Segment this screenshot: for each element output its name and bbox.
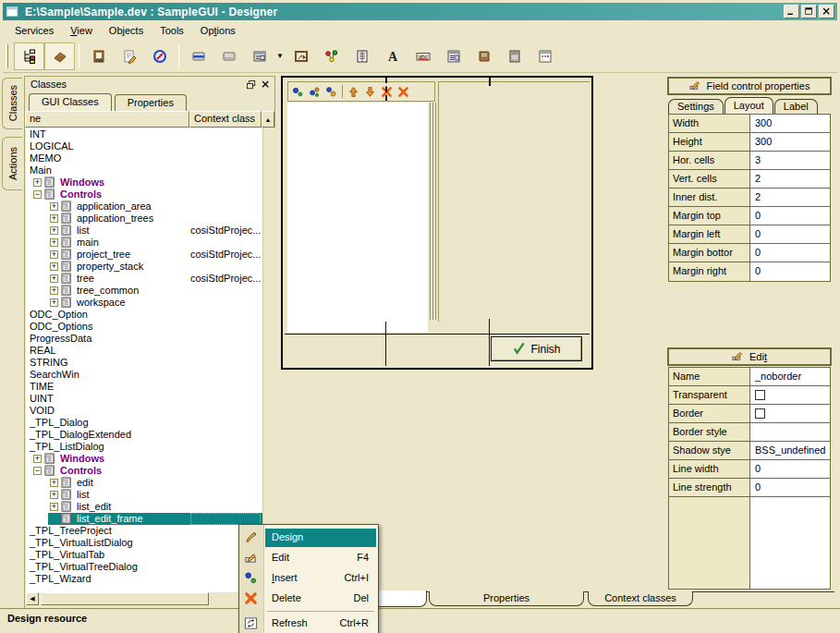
tree-row-tpl-treeproject[interactable]: _TPL_TreeProject	[26, 525, 262, 537]
expand-icon[interactable]: +	[50, 503, 58, 511]
menu-item-delete[interactable]: DeleteDel	[239, 589, 378, 609]
collapse-icon[interactable]: −	[33, 190, 42, 199]
tree-row-list-edit[interactable]: +list_edit	[26, 501, 262, 513]
form-grid-button[interactable]	[244, 43, 274, 70]
tree-row-real[interactable]: REAL	[26, 345, 262, 357]
tree-row-workspace[interactable]: +workspace	[26, 297, 262, 309]
tree-row-windows[interactable]: +Windows	[26, 453, 262, 465]
property-value[interactable]: 300	[750, 133, 830, 152]
tree-row-searchwin[interactable]: SearchWin	[26, 369, 262, 381]
expand-icon[interactable]: +	[50, 286, 58, 295]
menu-item-refresh[interactable]: RefreshCtrl+R	[239, 614, 378, 633]
property-value[interactable]: BSS_undefined	[750, 442, 830, 460]
expand-icon[interactable]: +	[50, 226, 58, 235]
tree-row-string[interactable]: STRING	[26, 357, 262, 369]
property-value[interactable]: 2	[750, 189, 830, 207]
tree-row-property-stack[interactable]: +property_stack	[26, 261, 262, 273]
vertical-scrollbar[interactable]	[262, 128, 275, 592]
column-context-class[interactable]: Context class	[189, 111, 262, 128]
tree-row-odc-options[interactable]: ODC_Options	[26, 321, 262, 333]
abc-button[interactable]: abc	[408, 43, 438, 70]
scrollbar-thumb[interactable]	[41, 592, 209, 605]
expand-icon[interactable]: +	[33, 178, 42, 187]
close-button[interactable]	[819, 5, 834, 18]
property-value[interactable]: 0	[750, 262, 830, 281]
expand-icon[interactable]: +	[33, 455, 42, 463]
insert-child-button[interactable]	[307, 84, 323, 100]
links-button[interactable]	[316, 43, 347, 70]
tree-row-controls[interactable]: −Controls	[26, 465, 262, 477]
tree-row-logical[interactable]: LOGICAL	[26, 140, 262, 152]
tree-row-progressdata[interactable]: ProgressData	[26, 333, 262, 345]
title-bar[interactable]: E:\Sample\Sample.dev : SampleGUI - Desig…	[3, 3, 837, 20]
window-grid-button[interactable]	[530, 43, 560, 70]
tree-row-void[interactable]: VOID	[26, 405, 262, 417]
tree-row-int[interactable]: INT	[26, 128, 262, 140]
property-value[interactable]: 0	[750, 479, 830, 497]
menu-item-insert[interactable]: InsertCtrl+I	[239, 568, 378, 589]
expand-icon[interactable]: +	[50, 274, 58, 283]
drive-yellow-button[interactable]	[213, 43, 244, 70]
menu-item-objects[interactable]: Objects	[101, 23, 152, 38]
property-value[interactable]: 0	[750, 460, 830, 479]
maximize-button[interactable]	[801, 5, 817, 18]
property-value[interactable]: 3	[750, 152, 830, 170]
menu-item-options[interactable]: Options	[192, 23, 244, 38]
expand-icon[interactable]: +	[50, 262, 58, 271]
tree-row-project-tree[interactable]: +project_treecosiStdProjec...	[26, 249, 262, 261]
checkbox-unchecked[interactable]	[755, 390, 765, 400]
tab-label[interactable]: Label	[774, 99, 818, 114]
designed-list-control[interactable]	[287, 103, 428, 333]
edit-document-button[interactable]	[114, 43, 144, 70]
expand-icon[interactable]: +	[50, 238, 58, 247]
server-button[interactable]	[499, 43, 530, 70]
property-value[interactable]: 0	[750, 225, 830, 244]
finish-button[interactable]: Finish	[491, 336, 582, 361]
tree-row-tpl-dialogextended[interactable]: _TPL_DialogExtended	[26, 429, 262, 441]
move-node-button[interactable]	[323, 84, 339, 100]
tree-row-tpl-virtualtreedialog[interactable]: _TPL_VirtualTreeDialog	[26, 561, 262, 573]
expand-icon[interactable]: +	[50, 298, 58, 307]
property-value[interactable]: _noborder	[750, 368, 830, 386]
image-frame-button[interactable]	[286, 43, 316, 70]
column-name[interactable]: ne	[25, 111, 189, 128]
tab-layout[interactable]: Layout	[724, 97, 773, 114]
tree-row-main[interactable]: Main	[26, 164, 262, 177]
tree-row-memo[interactable]: MEMO	[26, 152, 262, 164]
book-small-button[interactable]	[469, 43, 499, 70]
property-value[interactable]	[750, 386, 830, 405]
tree-row-tpl-wizard[interactable]: _TPL_Wizard	[26, 573, 262, 585]
menu-item-tools[interactable]: Tools	[152, 23, 192, 38]
up-arrow-button[interactable]	[346, 84, 361, 100]
tree-row-main[interactable]: +main	[26, 237, 262, 249]
dock-tab-classes[interactable]: Classes	[2, 78, 22, 129]
menu-item-edit[interactable]: EditF4	[239, 548, 378, 568]
tree-row-tpl-virtuallistdialog[interactable]: _TPL_VirtualListDialog	[26, 537, 262, 549]
toolbar-grip[interactable]	[6, 44, 8, 68]
expand-icon[interactable]: +	[50, 202, 58, 211]
expand-icon[interactable]: +	[50, 214, 58, 223]
tree-row-controls[interactable]: −Controls	[26, 189, 262, 201]
scroll-up-button[interactable]: ▲	[262, 111, 274, 128]
property-value[interactable]: 300	[750, 115, 830, 133]
tree-row-odc-option[interactable]: ODC_Option	[26, 309, 262, 321]
font-button[interactable]: A	[377, 43, 408, 70]
property-value[interactable]: 0	[750, 244, 830, 262]
tree-row-tpl-dialog[interactable]: _TPL_Dialog	[26, 417, 262, 429]
designed-panel[interactable]	[438, 81, 590, 322]
expand-icon[interactable]: +	[50, 250, 58, 259]
tree-row-tpl-virtualtab[interactable]: _TPL_VirtualTab	[26, 549, 262, 561]
tab-gui-classes[interactable]: GUI Classes	[29, 93, 112, 111]
compass-button[interactable]	[144, 43, 175, 70]
book-button[interactable]	[83, 43, 114, 70]
dropdown-arrow-icon[interactable]: ▼	[274, 43, 286, 70]
delete-all-button[interactable]	[396, 84, 411, 100]
tree-row-list-edit-frame[interactable]: +list_edit_frame	[26, 513, 262, 525]
tree-row-application-trees[interactable]: +application_trees	[26, 213, 262, 225]
tree-row-windows[interactable]: +Windows	[26, 177, 262, 189]
tab-properties[interactable]: Properties	[115, 94, 187, 111]
down-arrow-button[interactable]	[362, 84, 378, 100]
eraser-button[interactable]	[44, 43, 75, 70]
splitter-line[interactable]	[432, 103, 433, 320]
menu-item-view[interactable]: View	[62, 23, 101, 38]
